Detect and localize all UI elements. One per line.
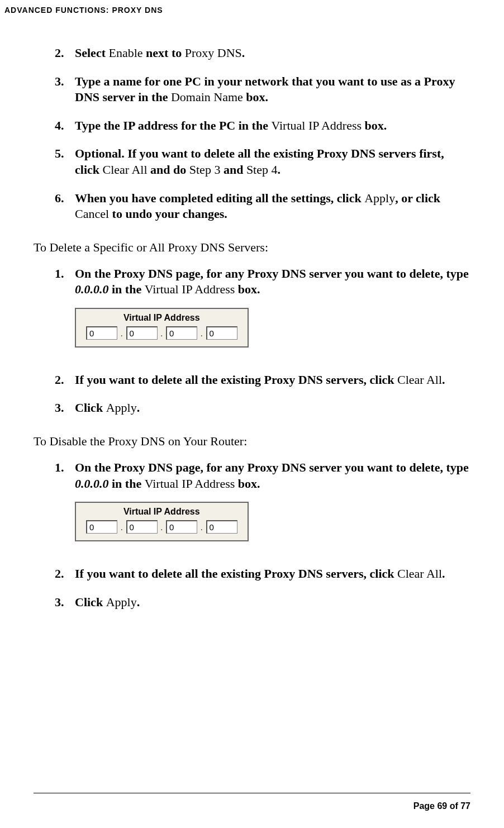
text: .	[442, 373, 445, 387]
step-number: 2.	[55, 45, 64, 61]
text: and do	[148, 163, 189, 177]
text: Click	[75, 595, 106, 609]
section-heading-delete: To Delete a Specific or All Proxy DNS Se…	[34, 240, 470, 255]
text: 0.0.0.0	[75, 282, 109, 296]
step-number: 3.	[55, 594, 64, 611]
dot-separator: .	[118, 523, 125, 533]
text: Proxy DNS	[185, 46, 242, 60]
text: Select	[75, 46, 108, 60]
text: Type the IP address for the PC in the	[75, 118, 271, 132]
text: box.	[243, 90, 268, 104]
text: Step 4	[246, 163, 278, 177]
footer-divider	[34, 793, 470, 793]
text: next to	[143, 46, 185, 60]
ip-box-label: Virtual IP Address	[86, 312, 237, 324]
text: On the Proxy DNS page, for any Proxy DNS…	[75, 460, 469, 474]
disable-step-3: 3. Click Apply.	[55, 594, 470, 611]
virtual-ip-address-box: Virtual IP Address . . .	[75, 502, 249, 541]
instruction-list-2: 1. On the Proxy DNS page, for any Proxy …	[34, 266, 470, 416]
text: Virtual IP Address	[271, 118, 362, 132]
ip-octet-3[interactable]	[166, 326, 197, 340]
text: Step 3	[189, 163, 221, 177]
text: .	[242, 46, 245, 60]
step-number: 4.	[55, 118, 64, 134]
delete-step-2: 2. If you want to delete all the existin…	[55, 372, 470, 388]
ip-octet-4[interactable]	[206, 326, 237, 340]
instruction-list-1: 2. Select Enable next to Proxy DNS. 3. T…	[34, 45, 470, 222]
text: .	[137, 401, 140, 415]
text: Clear All	[397, 373, 442, 387]
text: box.	[362, 118, 387, 132]
ip-octet-3[interactable]	[166, 520, 197, 534]
text: When you have completed editing all the …	[75, 191, 364, 205]
step-number: 3.	[55, 74, 64, 90]
disable-step-2: 2. If you want to delete all the existin…	[55, 566, 470, 582]
text: Click	[75, 401, 106, 415]
main-content: 2. Select Enable next to Proxy DNS. 3. T…	[0, 15, 504, 610]
text: If you want to delete all the existing P…	[75, 373, 397, 387]
text: box.	[235, 477, 260, 491]
text: Apply	[106, 595, 137, 609]
step-4: 4. Type the IP address for the PC in the…	[55, 118, 470, 134]
page-number: Page 69 of 77	[34, 801, 470, 811]
step-number: 1.	[55, 266, 64, 282]
disable-step-1: 1. On the Proxy DNS page, for any Proxy …	[55, 460, 470, 554]
ip-input-row: . . .	[86, 520, 237, 534]
text: Domain Name	[171, 90, 243, 104]
step-3: 3. Type a name for one PC in your networ…	[55, 74, 470, 106]
text: .	[442, 567, 445, 580]
text: 0.0.0.0	[75, 477, 109, 491]
dot-separator: .	[159, 329, 165, 339]
text: If you want to delete all the existing P…	[75, 567, 397, 580]
text: box.	[235, 282, 260, 296]
dot-separator: .	[198, 329, 205, 339]
ip-input-row: . . .	[86, 326, 237, 340]
step-number: 2.	[55, 566, 64, 582]
step-number: 6.	[55, 191, 64, 207]
text: , or click	[395, 191, 440, 205]
text: in the	[109, 477, 145, 491]
ip-octet-1[interactable]	[86, 520, 117, 534]
text: Cancel	[75, 207, 109, 221]
text: in the	[109, 282, 145, 296]
dot-separator: .	[118, 329, 125, 339]
step-6: 6. When you have completed editing all t…	[55, 191, 470, 222]
ip-octet-4[interactable]	[206, 520, 237, 534]
text: Clear All	[397, 567, 442, 580]
ip-octet-1[interactable]	[86, 326, 117, 340]
dot-separator: .	[198, 523, 205, 533]
ip-box-label: Virtual IP Address	[86, 506, 237, 518]
delete-step-3: 3. Click Apply.	[55, 400, 470, 416]
step-number: 1.	[55, 460, 64, 476]
step-2: 2. Select Enable next to Proxy DNS.	[55, 45, 470, 61]
text: Apply	[106, 401, 137, 415]
page-header-title: ADVANCED FUNCTIONS: PROXY DNS	[0, 0, 504, 15]
ip-octet-2[interactable]	[126, 520, 158, 534]
text: Apply	[364, 191, 395, 205]
text: .	[278, 163, 281, 177]
text: Enable	[108, 46, 142, 60]
text: to undo your changes.	[109, 207, 227, 221]
section-heading-disable: To Disable the Proxy DNS on Your Router:	[34, 434, 470, 449]
text: .	[137, 595, 140, 609]
ip-octet-2[interactable]	[126, 326, 158, 340]
step-number: 5.	[55, 146, 64, 162]
text: Virtual IP Address	[145, 477, 235, 491]
text: Clear All	[103, 163, 148, 177]
dot-separator: .	[159, 523, 165, 533]
text: Virtual IP Address	[145, 282, 235, 296]
step-number: 3.	[55, 400, 64, 416]
delete-step-1: 1. On the Proxy DNS page, for any Proxy …	[55, 266, 470, 360]
text: and	[220, 163, 246, 177]
text: On the Proxy DNS page, for any Proxy DNS…	[75, 267, 469, 280]
instruction-list-3: 1. On the Proxy DNS page, for any Proxy …	[34, 460, 470, 610]
step-number: 2.	[55, 372, 64, 388]
virtual-ip-address-box: Virtual IP Address . . .	[75, 308, 249, 348]
step-5: 5. Optional. If you want to delete all t…	[55, 146, 470, 178]
page-footer: Page 69 of 77	[34, 793, 470, 811]
